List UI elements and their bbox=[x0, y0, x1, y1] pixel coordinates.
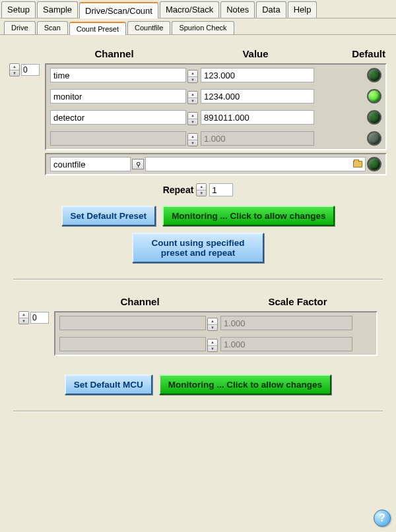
help-icon[interactable]: ? bbox=[374, 510, 391, 527]
mcu-row-0: ▲▼ bbox=[55, 312, 376, 334]
value-spinner-1[interactable]: ▲▼ bbox=[187, 91, 198, 104]
divider-1 bbox=[13, 279, 383, 280]
preset-row-1: ▲▼ bbox=[46, 86, 385, 107]
divider-2 bbox=[13, 411, 383, 412]
mcu-channel-1 bbox=[59, 337, 206, 351]
mcu-index-spinner[interactable]: ▲▼ bbox=[18, 311, 29, 324]
sub-tab-countfile[interactable]: Countfile bbox=[127, 21, 170, 34]
preset-row-3: ▲▼ bbox=[46, 128, 385, 149]
mcu-value-spinner-1: ▲▼ bbox=[207, 339, 218, 352]
main-tab-notes[interactable]: Notes bbox=[220, 1, 255, 18]
sub-tab-spurion-check[interactable]: Spurion Check bbox=[172, 21, 234, 34]
header-channel: Channel bbox=[44, 48, 185, 59]
header-default: Default bbox=[326, 48, 387, 59]
countfile-row: ⚲ bbox=[46, 154, 385, 174]
channel-input-0[interactable] bbox=[50, 68, 186, 82]
mcu-value-1 bbox=[220, 337, 352, 351]
monitoring-mcu-button[interactable]: Monitoring ... Click to allow changes bbox=[159, 374, 331, 395]
mcu-value-0 bbox=[220, 316, 352, 330]
main-tab-bar: Setup Sample Drive/Scan/Count Macro/Stac… bbox=[0, 0, 396, 18]
header-channel-2: Channel bbox=[62, 296, 218, 307]
sub-tab-count-preset[interactable]: Count Preset bbox=[69, 22, 126, 35]
sub-tab-drive[interactable]: Drive bbox=[4, 21, 36, 34]
value-input-2[interactable] bbox=[201, 110, 314, 125]
mcu-index-input[interactable] bbox=[30, 312, 49, 324]
channel-input-1[interactable] bbox=[50, 89, 186, 103]
default-led-3 bbox=[367, 131, 381, 146]
main-tab-macro-stack[interactable]: Macro/Stack bbox=[160, 1, 219, 18]
preset-index-input[interactable] bbox=[21, 64, 40, 76]
main-tab-setup[interactable]: Setup bbox=[1, 1, 36, 18]
count-button[interactable]: Count using specified preset and repeat bbox=[132, 233, 264, 263]
main-tab-sample[interactable]: Sample bbox=[37, 1, 78, 18]
set-default-mcu-button[interactable]: Set Default MCU bbox=[65, 374, 152, 395]
repeat-spinner[interactable]: ▲▼ bbox=[196, 183, 207, 196]
mcu-headers: Channel Scale Factor bbox=[18, 296, 378, 307]
channel-input-3 bbox=[50, 131, 186, 146]
folder-icon[interactable] bbox=[353, 161, 362, 167]
value-spinner-2[interactable]: ▲▼ bbox=[187, 112, 198, 125]
header-scale-factor: Scale Factor bbox=[218, 296, 378, 307]
countfile-led[interactable] bbox=[367, 157, 381, 171]
channel-input-2[interactable] bbox=[50, 110, 186, 125]
countfile-path[interactable] bbox=[145, 157, 366, 171]
set-default-preset-button[interactable]: Set Default Preset bbox=[61, 206, 156, 226]
main-tab-drive-scan-count[interactable]: Drive/Scan/Count bbox=[79, 2, 158, 18]
preset-index-spinner[interactable]: ▲▼ bbox=[9, 63, 20, 76]
value-spinner-0[interactable]: ▲▼ bbox=[187, 70, 198, 83]
default-led-2[interactable] bbox=[367, 110, 381, 125]
preset-row-2: ▲▼ bbox=[46, 107, 385, 128]
main-tab-data[interactable]: Data bbox=[256, 1, 286, 18]
value-input-0[interactable] bbox=[201, 68, 314, 82]
repeat-input[interactable] bbox=[209, 183, 233, 196]
preset-row-0: ▲▼ bbox=[46, 65, 385, 86]
value-input-3 bbox=[201, 131, 314, 146]
preset-headers: Channel Value Default bbox=[9, 48, 387, 59]
value-input-1[interactable] bbox=[201, 89, 314, 103]
default-led-0[interactable] bbox=[367, 68, 381, 82]
sub-tab-scan[interactable]: Scan bbox=[37, 21, 68, 34]
mcu-value-spinner-0: ▲▼ bbox=[207, 318, 218, 331]
countfile-label[interactable] bbox=[50, 157, 131, 171]
default-led-1[interactable] bbox=[367, 89, 381, 103]
main-tab-help[interactable]: Help bbox=[288, 1, 317, 18]
mcu-row-1: ▲▼ bbox=[55, 334, 376, 355]
value-spinner-3: ▲▼ bbox=[187, 133, 198, 146]
monitoring-preset-button[interactable]: Monitoring ... Click to allow changes bbox=[162, 206, 335, 226]
countfile-link-icon[interactable]: ⚲ bbox=[132, 159, 144, 169]
repeat-label: Repeat bbox=[163, 185, 194, 195]
header-value: Value bbox=[185, 48, 326, 59]
mcu-channel-0 bbox=[59, 316, 206, 330]
sub-tab-bar: Drive Scan Count Preset Countfile Spurio… bbox=[0, 18, 396, 35]
